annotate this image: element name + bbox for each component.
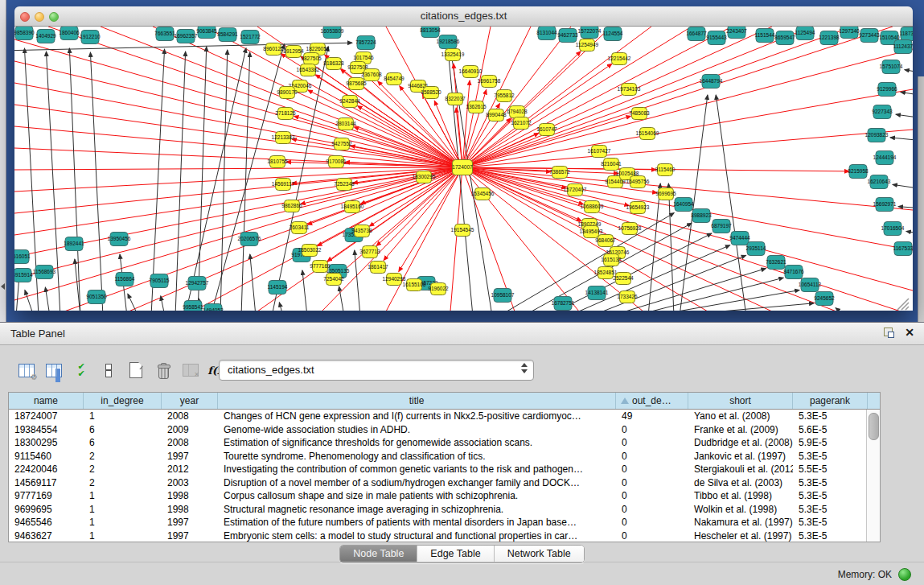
graph-edge[interactable] [650,290,799,311]
table-cell[interactable]: 2 [84,463,162,476]
graph-edge[interactable] [151,49,165,311]
delete-table-button[interactable] [179,359,203,381]
resize-grip[interactable] [897,299,909,310]
table-cell[interactable]: 0 [616,516,688,529]
graph-edge[interactable] [893,184,913,187]
table-cell[interactable]: Estimation of significance thresholds fo… [218,436,616,450]
vertical-scrollbar[interactable] [866,410,880,542]
hide-columns-button[interactable] [97,359,121,381]
table-cell[interactable]: 1997 [162,516,218,529]
table-cell[interactable]: 5.3E-5 [793,516,868,529]
graph-edge[interactable] [456,108,462,167]
graph-edge[interactable] [462,27,893,167]
table-cell[interactable]: 9463627 [9,529,84,543]
table-cell[interactable]: 1 [84,489,162,503]
graph-edge[interactable] [14,167,462,235]
graph-edge[interactable] [462,130,913,167]
table-row[interactable]: 969969511998Structural magnetic resonanc… [9,503,880,517]
table-cell[interactable]: Disruption of a novel member of a sodium… [218,476,616,490]
table-row[interactable]: 1938455462009Genome-wide association stu… [9,423,880,437]
graph-edge[interactable] [716,95,746,311]
graph-edge[interactable] [14,167,462,213]
tab-edge-table[interactable]: Edge Table [417,546,493,562]
table-cell[interactable]: Changes of HCN gene expression and I(f) … [218,410,616,423]
graph-edge[interactable] [906,231,913,234]
table-cell[interactable]: 5.3E-5 [793,476,868,490]
graph-edge[interactable] [161,296,165,311]
table-cell[interactable]: 49 [616,410,688,423]
table-cell[interactable]: Structural magnetic resonance image aver… [218,503,616,517]
table-row[interactable]: 977716911998Corpus callosum shape and si… [9,489,880,503]
table-cell[interactable]: 9777169 [9,489,84,503]
table-cell[interactable]: Yano et al. (2008) [688,410,793,423]
graph-edge[interactable] [69,48,80,311]
graph-edge[interactable] [890,138,913,141]
column-header-name[interactable]: name [9,393,84,409]
create-column-button[interactable] [124,359,148,381]
table-cell[interactable]: 1998 [162,489,218,503]
graph-edge[interactable] [14,167,462,278]
graph-edge[interactable] [462,167,836,311]
graph-edge[interactable] [355,250,360,311]
graph-edge[interactable] [462,27,571,167]
table-cell[interactable]: 14569117 [9,476,84,490]
graph-edge[interactable] [14,167,462,192]
graph-edge[interactable] [905,70,913,73]
column-header-out_de[interactable]: out_de… [616,393,688,409]
table-cell[interactable]: 1 [84,516,162,529]
table-cell[interactable]: 1 [84,503,162,517]
column-header-title[interactable]: title [218,393,616,409]
table-cell[interactable]: Stergiakouli et al. (2012) [688,463,793,476]
table-cell[interactable]: 5.3E-5 [793,489,868,503]
column-header-pagerank[interactable]: pagerank [793,393,868,409]
graph-edge[interactable] [302,270,307,311]
table-cell[interactable]: 18724007 [9,410,84,423]
table-chooser-dropdown[interactable]: citations_edges.txt [219,360,534,381]
graph-edge[interactable] [462,49,913,167]
table-row[interactable]: 911546021997Tourette syndrome. Phenomeno… [9,450,880,463]
table-cell[interactable]: 2008 [162,436,218,450]
table-cell[interactable]: 5.9E-5 [793,436,868,450]
table-cell[interactable]: 5.6E-5 [793,423,868,437]
column-header-year[interactable]: year [162,393,218,409]
table-cell[interactable]: 2012 [162,463,218,476]
table-cell[interactable]: Investigating the contribution of common… [218,463,616,476]
graph-edge[interactable] [14,167,462,170]
table-cell[interactable]: Dudbridge et al. (2008) [688,436,793,450]
table-cell[interactable]: Tibbo et al. (1998) [688,489,793,503]
window-titlebar[interactable]: citations_edges.txt [14,6,913,27]
table-cell[interactable]: Franke et al. (2009) [688,423,793,437]
table-cell[interactable]: 2008 [162,410,218,423]
table-cell[interactable]: Wolkin et al. (1998) [688,503,793,517]
table-cell[interactable]: Embryonic stem cells: a model to study s… [218,529,616,543]
table-cell[interactable]: 2009 [162,423,218,437]
table-row[interactable]: 946554611997Estimation of the future num… [9,516,880,529]
table-cell[interactable]: 9115460 [9,450,84,463]
table-cell[interactable]: 5.5E-5 [793,463,868,476]
table-cell[interactable]: 0 [616,423,688,437]
table-cell[interactable]: Corpus callosum shape and size in male p… [218,489,616,503]
graph-edge[interactable] [250,254,256,311]
tab-node-table[interactable]: Node Table [340,546,417,562]
graph-edge[interactable] [198,47,207,311]
table-cell[interactable]: 19384554 [9,423,84,437]
column-header-short[interactable]: short [688,393,793,409]
graph-edge[interactable] [25,290,34,311]
table-row[interactable]: 1830029562008Estimation of significance … [9,436,880,450]
scrollbar-thumb[interactable] [869,413,879,440]
table-mode-button[interactable]: ⚙ [14,359,39,381]
graph-edge[interactable] [462,27,812,167]
show-columns-button[interactable] [42,359,66,381]
graph-edge[interactable] [836,308,842,311]
table-row[interactable]: 2242004622012Investigating the contribut… [9,463,880,476]
graph-edge[interactable] [279,303,283,311]
table-cell[interactable]: 5.3E-5 [793,529,868,543]
table-cell[interactable]: 6 [84,423,162,437]
graph-edge[interactable] [462,27,491,167]
table-cell[interactable]: 0 [616,450,688,463]
table-cell[interactable]: 0 [616,476,688,490]
float-panel-icon[interactable] [884,328,895,339]
table-cell[interactable]: 2 [84,450,162,463]
network-canvas[interactable]: 9858390140492918604061912210766355116962… [14,27,913,311]
tab-network-table[interactable]: Network Table [494,546,584,562]
